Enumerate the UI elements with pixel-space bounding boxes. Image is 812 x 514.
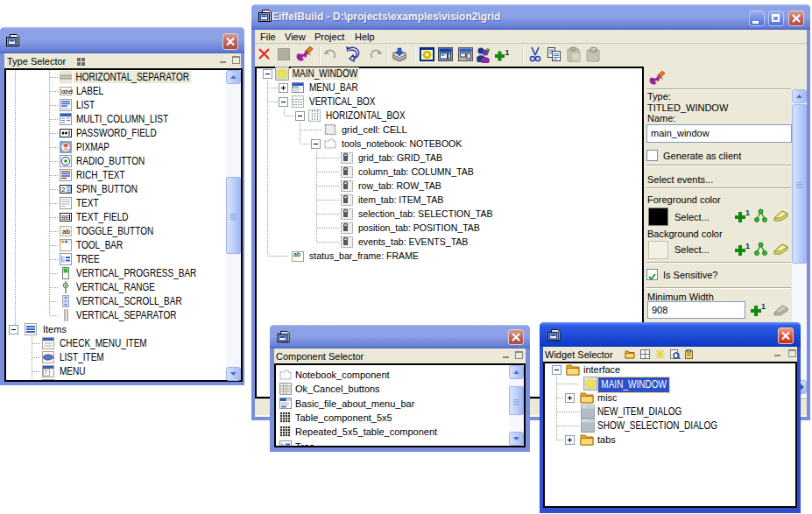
svg-text:1: 1	[745, 243, 750, 250]
svg-text:ab: ab	[62, 228, 70, 236]
svg-text:1: 1	[745, 209, 750, 217]
svg-text:label: label	[61, 88, 74, 95]
svg-text:BE: BE	[61, 215, 70, 221]
svg-text:1: 1	[761, 303, 766, 311]
svg-text:ab: ab	[293, 251, 300, 257]
svg-text:1: 1	[505, 48, 510, 57]
svg-text:2: 2	[61, 186, 66, 194]
